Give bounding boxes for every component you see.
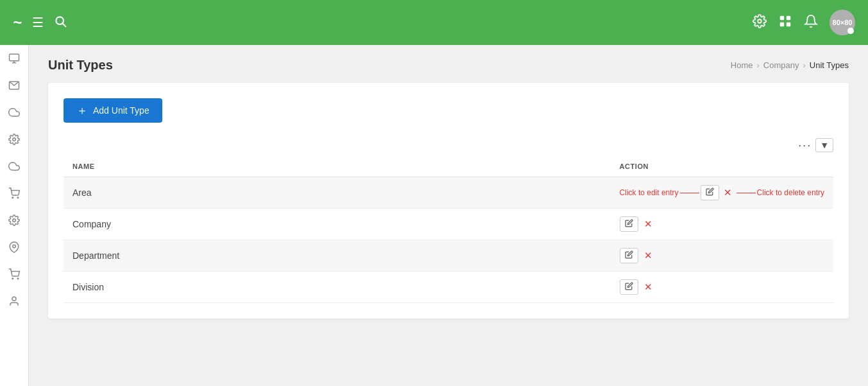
svg-point-13 [17,197,19,198]
row-action: ✕ [611,209,833,240]
sidebar-icon-cloud[interactable] [8,107,20,121]
sidebar-icon-cloud2[interactable] [8,161,20,175]
topbar: ~ ☰ 80×80 [0,0,868,45]
edit-button[interactable] [620,279,638,295]
delete-button[interactable]: ✕ [720,186,735,200]
edit-button[interactable] [620,216,638,232]
svg-line-1 [63,23,66,26]
delete-button[interactable]: ✕ [641,280,656,294]
row-name: Division [64,272,611,303]
main-layout: Unit Types Home › Company › Unit Types ＋… [0,45,868,386]
column-toggle-button[interactable]: ▼ [815,138,833,152]
content-area: Unit Types Home › Company › Unit Types ＋… [29,45,868,386]
add-button-label: Add Unit Type [93,105,149,116]
breadcrumb-sep2: › [803,60,805,70]
edit-button[interactable] [701,185,719,200]
sidebar-icon-cart2[interactable] [8,268,20,283]
main-card: ＋ Add Unit Type ··· ▼ NAME ACTION Area [48,83,849,319]
breadcrumb-current: Unit Types [810,60,849,70]
add-unit-type-button[interactable]: ＋ Add Unit Type [64,98,162,123]
svg-point-18 [12,297,16,301]
svg-rect-4 [787,15,790,19]
unit-types-table: NAME ACTION Area Click to edit entry ✕ C… [64,156,833,303]
bell-icon[interactable] [804,14,818,31]
page-header: Unit Types Home › Company › Unit Types [48,58,849,73]
breadcrumb: Home › Company › Unit Types [731,60,849,70]
avatar-text: 80×80 [833,19,853,26]
table-row: Area Click to edit entry ✕ Click to dele… [64,177,833,209]
svg-point-11 [13,138,16,141]
table-toolbar: ··· ▼ [64,138,833,152]
more-options-button[interactable]: ··· [798,139,812,152]
breadcrumb-home[interactable]: Home [731,60,753,70]
sidebar-icon-user[interactable] [8,295,20,310]
row-action: Click to edit entry ✕ Click to delete en… [611,177,833,209]
avatar-dot [847,28,854,34]
svg-rect-6 [787,22,790,26]
edit-button[interactable] [620,248,638,263]
svg-point-17 [17,278,19,279]
gear-icon[interactable] [753,14,767,31]
row-name: Company [64,209,611,240]
svg-rect-5 [780,22,784,26]
sidebar-icon-cart[interactable] [8,188,20,202]
row-name: Department [64,240,611,272]
menu-icon[interactable]: ☰ [32,15,44,30]
sidebar-icon-settings[interactable] [8,215,20,229]
table-row: Department ✕ [64,240,833,272]
sidebar-icon-monitor[interactable] [8,53,20,67]
callout-edit-text: Click to edit entry [620,188,679,197]
sidebar-icon-megaphone[interactable] [8,80,20,94]
callout-edit-line [680,193,699,193]
svg-point-15 [13,245,16,248]
breadcrumb-sep1: › [756,60,759,70]
row-action: ✕ [611,240,833,272]
row-name: Area [64,177,611,209]
delete-button[interactable]: ✕ [641,249,656,263]
svg-rect-3 [780,15,784,19]
plus-icon: ＋ [76,105,88,116]
svg-point-12 [12,197,13,198]
table-row: Company ✕ [64,209,833,240]
svg-point-16 [12,278,13,279]
sidebar-icon-pin[interactable] [8,241,20,256]
svg-point-14 [13,219,16,222]
page-title: Unit Types [48,58,113,73]
callout-delete-line [736,193,756,193]
topbar-right: 80×80 [753,10,855,35]
table-header-row: NAME ACTION [64,156,833,177]
svg-rect-7 [10,54,19,61]
sidebar-icon-gear[interactable] [8,134,20,148]
logo-icon: ~ [13,13,22,31]
col-action-header: ACTION [611,156,833,177]
col-name-header: NAME [64,156,611,177]
delete-button[interactable]: ✕ [641,217,656,231]
topbar-left: ~ ☰ [13,13,67,31]
svg-point-2 [758,19,762,23]
grid-icon[interactable] [778,14,792,31]
table-row: Division ✕ [64,272,833,303]
avatar[interactable]: 80×80 [830,10,855,35]
row-action: ✕ [611,272,833,303]
callout-delete-text: Click to delete entry [757,188,824,197]
sidebar [0,45,29,386]
search-icon[interactable] [54,15,67,31]
breadcrumb-company[interactable]: Company [763,60,799,70]
